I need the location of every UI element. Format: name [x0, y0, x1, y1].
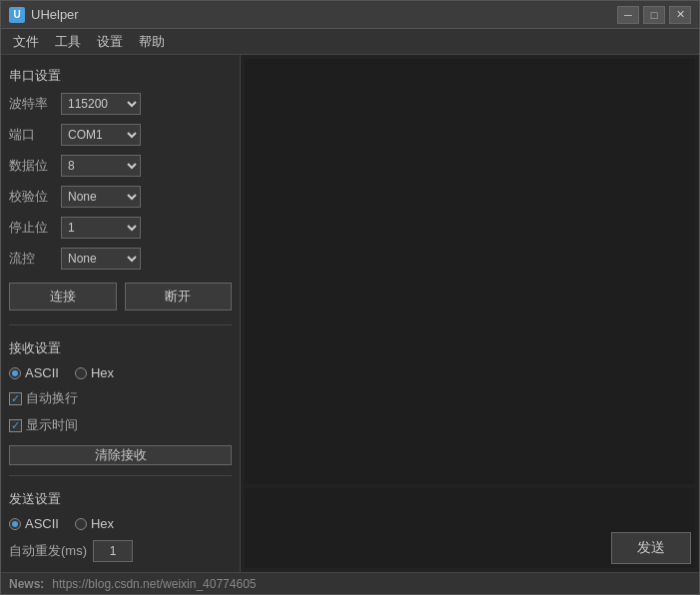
send-ascii-radio-dot	[9, 518, 21, 530]
data-bits-row: 数据位 8 7 6 5	[9, 155, 232, 177]
baud-rate-label: 波特率	[9, 95, 61, 113]
show-time-checkbox[interactable]: ✓ 显示时间	[9, 416, 232, 434]
window-controls: ─ □ ✕	[617, 6, 691, 24]
send-button[interactable]: 发送	[611, 532, 691, 564]
status-url: https://blog.csdn.net/weixin_40774605	[52, 577, 256, 591]
news-label: News:	[9, 577, 44, 591]
auto-resend-input[interactable]	[93, 540, 133, 562]
right-panel: 发送	[241, 55, 699, 572]
receive-hex-radio[interactable]: Hex	[75, 365, 114, 380]
auto-newline-checkbox[interactable]: ✓ 自动换行	[9, 389, 232, 407]
auto-newline-label: 自动换行	[26, 389, 78, 407]
baud-rate-row: 波特率 115200 9600 19200 38400 57600 230400	[9, 93, 232, 115]
divider-2	[9, 475, 232, 476]
port-row: 端口 COM1 COM2 COM3 COM4	[9, 124, 232, 146]
show-time-label: 显示时间	[26, 416, 78, 434]
receive-ascii-label: ASCII	[25, 365, 59, 380]
baud-rate-select[interactable]: 115200 9600 19200 38400 57600 230400	[61, 93, 141, 115]
maximize-button[interactable]: □	[643, 6, 665, 24]
parity-row: 校验位 None Even Odd	[9, 186, 232, 208]
send-text-area[interactable]: 发送	[245, 488, 695, 568]
send-encoding-group: ASCII Hex	[9, 516, 232, 531]
menu-file[interactable]: 文件	[5, 31, 47, 53]
send-ascii-label: ASCII	[25, 516, 59, 531]
parity-label: 校验位	[9, 188, 61, 206]
send-section-title: 发送设置	[9, 490, 232, 508]
clear-receive-button[interactable]: 清除接收	[9, 445, 232, 465]
data-bits-label: 数据位	[9, 157, 61, 175]
menu-bar: 文件 工具 设置 帮助	[1, 29, 699, 55]
close-button[interactable]: ✕	[669, 6, 691, 24]
receive-hex-label: Hex	[91, 365, 114, 380]
menu-settings[interactable]: 设置	[89, 31, 131, 53]
receive-text-area[interactable]	[245, 59, 695, 484]
data-bits-select[interactable]: 8 7 6 5	[61, 155, 141, 177]
menu-help[interactable]: 帮助	[131, 31, 173, 53]
receive-hex-radio-dot	[75, 367, 87, 379]
flow-control-label: 流控	[9, 250, 61, 268]
flow-control-row: 流控 None RTS/CTS XON/XOFF	[9, 248, 232, 270]
auto-resend-label: 自动重发(ms)	[9, 542, 87, 560]
receive-ascii-radio-dot	[9, 367, 21, 379]
divider-1	[9, 324, 232, 325]
stop-bits-label: 停止位	[9, 219, 61, 237]
serial-section-title: 串口设置	[9, 67, 232, 85]
auto-resend-row: 自动重发(ms)	[9, 540, 232, 562]
receive-encoding-group: ASCII Hex	[9, 365, 232, 380]
stop-bits-select[interactable]: 1 1.5 2	[61, 217, 141, 239]
send-hex-radio[interactable]: Hex	[75, 516, 114, 531]
stop-bits-row: 停止位 1 1.5 2	[9, 217, 232, 239]
status-bar: News: https://blog.csdn.net/weixin_40774…	[1, 572, 699, 594]
send-hex-radio-dot	[75, 518, 87, 530]
port-label: 端口	[9, 126, 61, 144]
window-title: UHelper	[31, 7, 617, 22]
main-content: 串口设置 波特率 115200 9600 19200 38400 57600 2…	[1, 55, 699, 572]
title-bar: U UHelper ─ □ ✕	[1, 1, 699, 29]
show-time-check-icon: ✓	[9, 419, 22, 432]
disconnect-button[interactable]: 断开	[125, 283, 233, 310]
receive-section-title: 接收设置	[9, 339, 232, 357]
flow-control-select[interactable]: None RTS/CTS XON/XOFF	[61, 248, 141, 270]
auto-newline-check-icon: ✓	[9, 392, 22, 405]
send-hex-label: Hex	[91, 516, 114, 531]
receive-ascii-radio[interactable]: ASCII	[9, 365, 59, 380]
port-select[interactable]: COM1 COM2 COM3 COM4	[61, 124, 141, 146]
send-ascii-radio[interactable]: ASCII	[9, 516, 59, 531]
parity-select[interactable]: None Even Odd	[61, 186, 141, 208]
app-icon: U	[9, 7, 25, 23]
left-panel: 串口设置 波特率 115200 9600 19200 38400 57600 2…	[1, 55, 241, 572]
minimize-button[interactable]: ─	[617, 6, 639, 24]
connect-btn-row: 连接 断开	[9, 283, 232, 310]
menu-tools[interactable]: 工具	[47, 31, 89, 53]
main-window: U UHelper ─ □ ✕ 文件 工具 设置 帮助 串口设置 波特率 115…	[0, 0, 700, 595]
connect-button[interactable]: 连接	[9, 283, 117, 310]
